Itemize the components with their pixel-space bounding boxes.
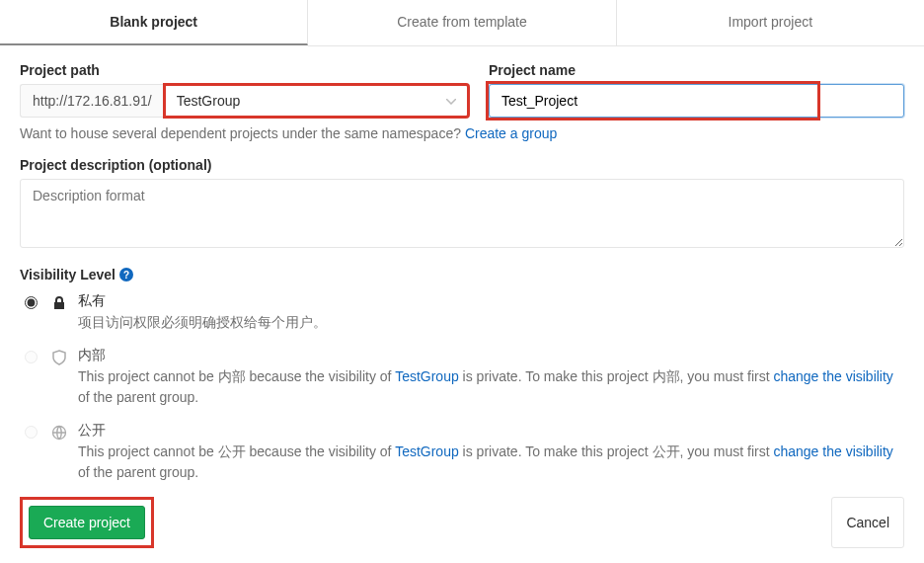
visibility-public-desc: This project cannot be 公开 because the vi… [78,442,904,483]
visibility-radio-internal [25,351,38,363]
shield-icon [50,349,68,366]
create-project-button[interactable]: Create project [29,506,145,539]
visibility-radio-public [25,426,38,439]
visibility-option-public: 公开 This project cannot be 公开 because the… [20,422,904,483]
project-path-label: Project path [20,62,469,78]
create-group-link[interactable]: Create a group [465,125,557,141]
namespace-selected-value: TestGroup [177,93,241,109]
visibility-option-private[interactable]: 私有 项目访问权限必须明确授权给每个用户。 [20,292,904,333]
visibility-internal-desc: This project cannot be 内部 because the vi… [78,366,904,408]
highlight-box: Create project [20,497,154,548]
tab-blank-project[interactable]: Blank project [0,0,308,45]
project-name-input[interactable] [489,84,904,118]
project-type-tabs: Blank project Create from template Impor… [0,0,924,46]
tab-import-project[interactable]: Import project [617,0,924,45]
visibility-internal-title: 内部 [78,347,904,364]
visibility-public-title: 公开 [78,422,904,440]
namespace-select[interactable]: TestGroup [164,84,469,118]
chevron-down-icon [446,94,456,108]
group-link[interactable]: TestGroup [395,368,459,384]
base-url-prefix: http://172.16.81.91/ [20,84,164,118]
project-name-label: Project name [489,62,904,78]
visibility-private-title: 私有 [78,292,904,310]
group-link[interactable]: TestGroup [395,443,459,459]
globe-icon [50,424,68,442]
visibility-option-internal: 内部 This project cannot be 内部 because the… [20,347,904,408]
change-visibility-link[interactable]: change the visibility [773,443,892,459]
visibility-level-label: Visibility Level ? [20,267,904,282]
project-description-label: Project description (optional) [20,157,904,173]
namespace-hint: Want to house several dependent projects… [20,125,904,141]
change-visibility-link[interactable]: change the visibility [773,368,892,384]
visibility-private-desc: 项目访问权限必须明确授权给每个用户。 [78,312,904,333]
lock-icon [50,294,68,312]
tab-create-from-template[interactable]: Create from template [308,0,616,45]
project-description-input[interactable] [20,179,904,248]
help-icon[interactable]: ? [119,268,133,282]
visibility-radio-private[interactable] [25,296,38,309]
cancel-button[interactable]: Cancel [831,497,904,548]
